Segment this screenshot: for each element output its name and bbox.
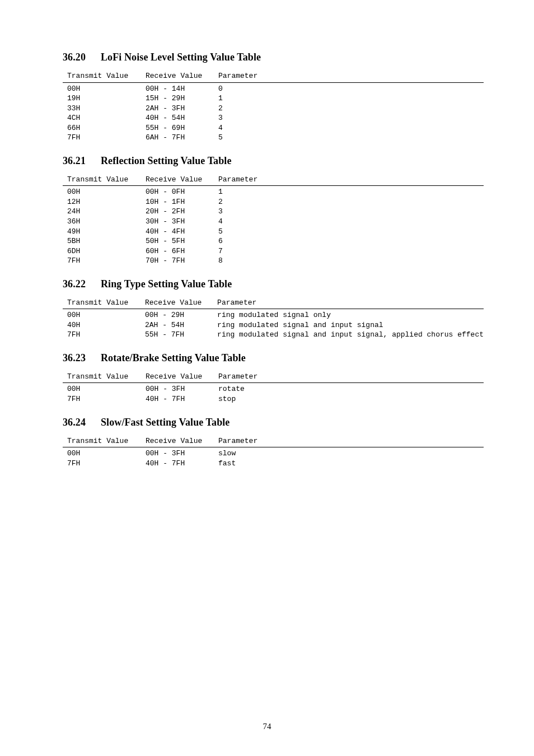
column-header: Parameter	[218, 71, 484, 82]
transmit-value: 24H	[63, 207, 146, 217]
section-heading: 36.24Slow/Fast Setting Value Table	[63, 417, 484, 428]
section-heading: 36.21Reflection Setting Value Table	[63, 155, 484, 167]
receive-value: 2AH - 3FH	[146, 104, 218, 114]
table-row: 00H00H - 3FHslow	[63, 447, 484, 459]
transmit-value: 4CH	[63, 113, 146, 123]
section-number: 36.21	[63, 155, 101, 167]
transmit-value: 5BH	[63, 236, 146, 246]
column-header: Receive Value	[145, 298, 217, 309]
transmit-value: 49H	[63, 227, 146, 237]
receive-value: 00H - 3FH	[146, 447, 218, 459]
column-header: Transmit Value	[63, 298, 145, 309]
parameter-value: ring modulated signal and input signal	[217, 320, 484, 330]
transmit-value: 66H	[63, 123, 146, 133]
receive-value: 00H - 0FH	[146, 186, 218, 197]
table-row: 7FH70H - 7FH8	[63, 256, 484, 266]
value-table: Transmit ValueReceive ValueParameter00H0…	[63, 71, 484, 143]
section-heading: 36.20LoFi Noise Level Setting Value Tabl…	[63, 52, 484, 63]
table-row: 36H30H - 3FH4	[63, 217, 484, 227]
parameter-value: 5	[218, 133, 484, 143]
parameter-value: 2	[218, 197, 484, 207]
transmit-value: 00H	[63, 383, 146, 394]
transmit-value: 00H	[63, 82, 146, 94]
parameter-value: 2	[218, 104, 484, 114]
table-row: 00H00H - 0FH1	[63, 186, 484, 197]
table-row: 5BH50H - 5FH6	[63, 236, 484, 246]
parameter-value: 0	[218, 82, 484, 94]
section-title: Ring Type Setting Value Table	[101, 278, 232, 290]
transmit-value: 40H	[63, 320, 145, 330]
parameter-value: ring modulated signal only	[217, 309, 484, 320]
value-table: Transmit ValueReceive ValueParameter00H0…	[63, 372, 484, 404]
column-header: Receive Value	[146, 71, 218, 82]
parameter-value: 7	[218, 246, 484, 256]
parameter-value: 8	[218, 256, 484, 266]
column-header: Receive Value	[146, 372, 218, 383]
parameter-value: rotate	[218, 383, 484, 394]
column-header: Transmit Value	[63, 372, 146, 383]
transmit-value: 7FH	[63, 256, 146, 266]
value-table: Transmit ValueReceive ValueParameter00H0…	[63, 298, 484, 340]
column-header: Transmit Value	[63, 175, 146, 186]
parameter-value: ring modulated signal and input signal, …	[217, 330, 484, 340]
section-number: 36.23	[63, 352, 101, 364]
table-row: 00H00H - 14H0	[63, 82, 484, 94]
parameter-value: 4	[218, 123, 484, 133]
receive-value: 00H - 14H	[146, 82, 218, 94]
page-number: 74	[0, 722, 534, 731]
receive-value: 40H - 54H	[146, 113, 218, 123]
parameter-value: 1	[218, 186, 484, 197]
transmit-value: 00H	[63, 309, 145, 320]
parameter-value: 3	[218, 113, 484, 123]
page: 36.20LoFi Noise Level Setting Value Tabl…	[0, 0, 534, 756]
table-row: 40H2AH - 54Hring modulated signal and in…	[63, 320, 484, 330]
section-title: LoFi Noise Level Setting Value Table	[101, 52, 261, 63]
transmit-value: 12H	[63, 197, 146, 207]
receive-value: 60H - 6FH	[146, 246, 218, 256]
section-title: Rotate/Brake Setting Value Table	[101, 352, 246, 363]
section-number: 36.24	[63, 417, 101, 428]
table-row: 7FH40H - 7FHfast	[63, 459, 484, 469]
transmit-value: 19H	[63, 94, 146, 104]
column-header: Parameter	[218, 372, 484, 383]
table-row: 4CH40H - 54H3	[63, 113, 484, 123]
receive-value: 20H - 2FH	[146, 207, 218, 217]
transmit-value: 00H	[63, 186, 146, 197]
value-table: Transmit ValueReceive ValueParameter00H0…	[63, 175, 484, 266]
receive-value: 00H - 3FH	[146, 383, 218, 394]
receive-value: 55H - 7FH	[145, 330, 217, 340]
table-row: 49H40H - 4FH5	[63, 227, 484, 237]
column-header: Transmit Value	[63, 71, 146, 82]
section-title: Reflection Setting Value Table	[101, 155, 232, 166]
table-row: 33H2AH - 3FH2	[63, 104, 484, 114]
column-header: Transmit Value	[63, 436, 146, 447]
column-header: Parameter	[218, 436, 484, 447]
receive-value: 00H - 29H	[145, 309, 217, 320]
transmit-value: 33H	[63, 104, 146, 114]
value-table: Transmit ValueReceive ValueParameter00H0…	[63, 436, 484, 469]
parameter-value: 5	[218, 227, 484, 237]
parameter-value: 3	[218, 207, 484, 217]
transmit-value: 7FH	[63, 394, 146, 404]
transmit-value: 00H	[63, 447, 146, 459]
parameter-value: 1	[218, 94, 484, 104]
receive-value: 15H - 29H	[146, 94, 218, 104]
table-row: 7FH55H - 7FHring modulated signal and in…	[63, 330, 484, 340]
column-header: Receive Value	[146, 175, 218, 186]
table-row: 66H55H - 69H4	[63, 123, 484, 133]
receive-value: 70H - 7FH	[146, 256, 218, 266]
receive-value: 30H - 3FH	[146, 217, 218, 227]
table-row: 7FH40H - 7FHstop	[63, 394, 484, 404]
receive-value: 40H - 7FH	[146, 394, 218, 404]
parameter-value: fast	[218, 459, 484, 469]
table-row: 19H15H - 29H1	[63, 94, 484, 104]
transmit-value: 7FH	[63, 133, 146, 143]
receive-value: 40H - 7FH	[146, 459, 218, 469]
section-title: Slow/Fast Setting Value Table	[101, 417, 229, 428]
transmit-value: 6DH	[63, 246, 146, 256]
parameter-value: 6	[218, 236, 484, 246]
section-heading: 36.23Rotate/Brake Setting Value Table	[63, 352, 484, 364]
sections-container: 36.20LoFi Noise Level Setting Value Tabl…	[63, 52, 484, 468]
parameter-value: stop	[218, 394, 484, 404]
section-number: 36.22	[63, 278, 101, 290]
